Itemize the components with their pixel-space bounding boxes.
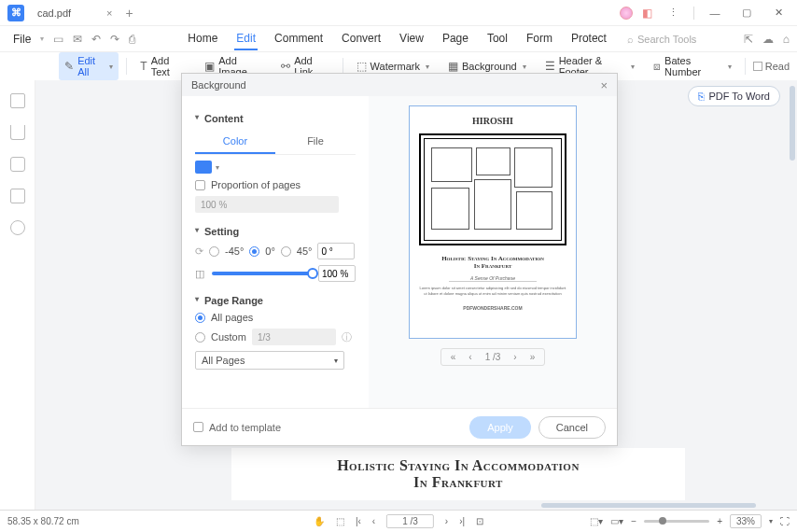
preview-page: HIROSHI Holistic Staying In Accommodatio… — [409, 105, 577, 339]
rotation-neg45[interactable] — [209, 246, 219, 257]
tab-title: cad.pdf — [37, 7, 71, 19]
search-rail-icon[interactable] — [10, 220, 25, 235]
opacity-slider[interactable] — [212, 272, 313, 275]
tab-protect[interactable]: Protect — [569, 28, 608, 50]
share-icon[interactable]: ⇱ — [744, 33, 753, 46]
redo-icon[interactable]: ↷ — [110, 33, 119, 46]
tab-home[interactable]: Home — [186, 28, 219, 50]
document-tab[interactable]: cad.pdf × — [37, 7, 113, 19]
cancel-button[interactable]: Cancel — [538, 416, 606, 439]
add-template-row[interactable]: Add to template — [193, 422, 281, 433]
zoom-value[interactable]: 33% — [730, 514, 762, 528]
file-menu[interactable]: File — [7, 31, 36, 48]
tab-tool[interactable]: Tool — [485, 28, 510, 50]
zoom-slider[interactable] — [644, 520, 709, 523]
pencil-icon: ✎ — [64, 60, 74, 73]
hand-tool-icon[interactable]: ✋ — [314, 516, 325, 526]
fullscreen-icon[interactable]: ⛶ — [780, 516, 790, 526]
apply-button[interactable]: Apply — [469, 416, 531, 439]
tab-form[interactable]: Form — [524, 28, 554, 50]
minimize-button[interactable]: — — [704, 4, 726, 22]
fit-icon[interactable]: ⊡ — [476, 516, 483, 526]
tab-page[interactable]: Page — [440, 28, 470, 50]
first-page-icon[interactable]: |‹ — [356, 516, 361, 526]
save-icon[interactable]: ▭ — [53, 33, 63, 46]
dialog-preview-pane: HIROSHI Holistic Staying In Accommodatio… — [369, 96, 617, 408]
bates-icon: ⧇ — [653, 60, 661, 73]
all-pages-row[interactable]: All pages — [195, 312, 356, 323]
read-toggle[interactable]: Read — [753, 61, 790, 72]
chevron-down-icon: ▾ — [334, 357, 338, 365]
slider-thumb[interactable] — [307, 268, 318, 279]
attachments-icon[interactable] — [10, 189, 25, 203]
bookmark-icon[interactable] — [10, 125, 25, 140]
select-tool-icon[interactable]: ⬚ — [336, 516, 344, 526]
zoom-thumb[interactable] — [659, 517, 666, 525]
maximize-button[interactable]: ▢ — [735, 4, 758, 22]
fit-width-icon[interactable]: ⬚▾ — [590, 516, 603, 526]
tab-comment[interactable]: Comment — [273, 28, 325, 50]
dialog-footer: Add to template Apply Cancel — [182, 408, 617, 445]
zoom-in-icon[interactable]: + — [717, 516, 722, 526]
pager-first-icon[interactable]: « — [451, 352, 456, 362]
custom-radio[interactable] — [195, 332, 205, 343]
dialog-close-button[interactable]: × — [600, 78, 608, 92]
all-pages-radio[interactable] — [195, 313, 205, 323]
next-page-icon[interactable]: › — [445, 516, 448, 526]
custom-input: 1/3 — [252, 329, 336, 345]
zoom-caret-icon[interactable]: ▾ — [769, 517, 773, 525]
floorplan-image — [424, 138, 562, 241]
notifications-icon[interactable]: ◧ — [642, 7, 652, 20]
account-badge-icon[interactable] — [620, 7, 633, 20]
add-template-checkbox[interactable] — [193, 422, 203, 432]
horizontal-scrollbar[interactable] — [541, 503, 756, 508]
more-icon[interactable]: ⋮ — [662, 4, 684, 22]
mail-icon[interactable]: ✉ — [73, 33, 82, 46]
watermark-icon: ⬚ — [357, 60, 367, 73]
pager-prev-icon[interactable]: ‹ — [468, 352, 471, 362]
close-window-button[interactable]: ✕ — [767, 4, 790, 22]
new-tab-button[interactable]: + — [126, 6, 133, 21]
pdf-to-word-button[interactable]: PDF To Word — [688, 86, 780, 106]
rotation-0[interactable] — [249, 246, 259, 257]
proportion-checkbox[interactable] — [195, 180, 205, 190]
vertical-scrollbar[interactable] — [790, 86, 795, 161]
page-range-section: Page Range — [195, 295, 356, 306]
rotation-45[interactable] — [281, 246, 291, 257]
pager-next-icon[interactable]: › — [513, 352, 516, 362]
custom-row[interactable]: Custom 1/3 ⓘ — [195, 329, 356, 345]
layout-icon[interactable]: ▭▾ — [610, 516, 623, 526]
color-swatch[interactable] — [195, 161, 212, 174]
color-swatch-row[interactable]: ▾ — [195, 161, 356, 174]
subtab-file[interactable]: File — [275, 130, 356, 154]
rotation-input[interactable] — [317, 243, 355, 259]
print-icon[interactable]: ⎙ — [129, 33, 135, 46]
dialog-title: Background — [191, 79, 246, 91]
background-dialog: Background × Content Color File ▾ Propor… — [181, 73, 618, 446]
last-page-icon[interactable]: ›| — [459, 516, 465, 526]
rotate-icon: ⟳ — [195, 245, 203, 258]
preview-sub: A Sense Of Purchase — [449, 275, 538, 282]
subtab-color[interactable]: Color — [195, 130, 275, 154]
close-tab-icon[interactable]: × — [106, 7, 112, 19]
bates-number-button[interactable]: ⧇Bates Number — [648, 52, 737, 80]
home-icon[interactable]: ⌂ — [783, 33, 790, 46]
search-tools[interactable]: ⌕ Search Tools — [627, 34, 696, 45]
page-indicator[interactable]: 1 /3 — [386, 514, 434, 528]
dialog-header: Background × — [182, 74, 617, 96]
pager-last-icon[interactable]: » — [530, 352, 536, 362]
tab-view[interactable]: View — [398, 28, 426, 50]
opacity-input[interactable] — [318, 265, 356, 282]
edit-all-button[interactable]: ✎Edit All — [59, 52, 119, 80]
cloud-icon[interactable]: ☁ — [762, 33, 774, 46]
tab-edit[interactable]: Edit — [234, 28, 258, 50]
comments-icon[interactable] — [10, 157, 25, 172]
image-icon: ▣ — [204, 60, 215, 73]
undo-icon[interactable]: ↶ — [91, 33, 101, 46]
proportion-row[interactable]: Proportion of pages — [195, 179, 356, 190]
zoom-out-icon[interactable]: − — [631, 516, 636, 526]
thumbnails-icon[interactable] — [10, 93, 25, 108]
tab-convert[interactable]: Convert — [340, 28, 383, 50]
range-select[interactable]: All Pages ▾ — [195, 351, 344, 370]
prev-page-icon[interactable]: ‹ — [372, 516, 375, 526]
